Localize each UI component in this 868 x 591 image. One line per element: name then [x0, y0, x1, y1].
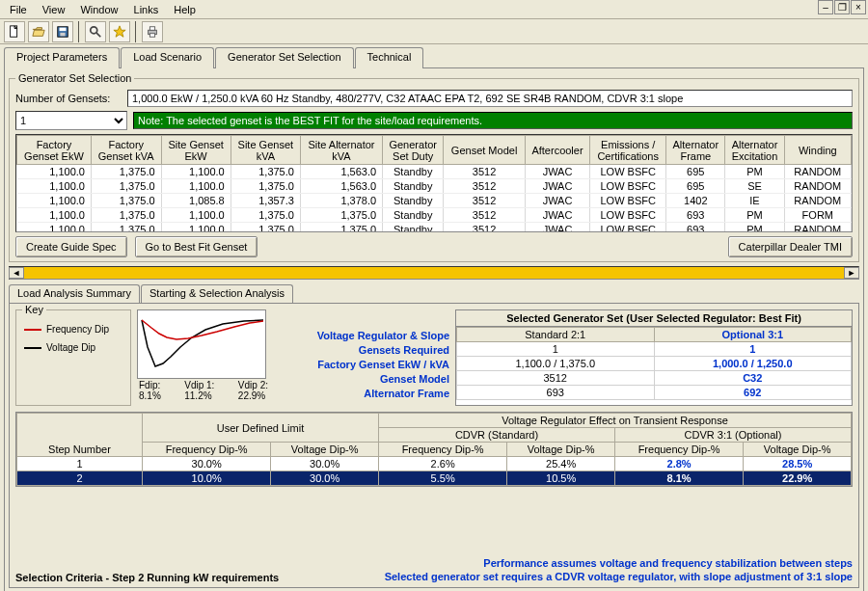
grid-column-header[interactable]: Winding	[784, 136, 851, 165]
save-icon[interactable]	[52, 21, 73, 42]
svg-rect-7	[149, 26, 154, 30]
grid-column-header[interactable]: Aftercooler	[525, 136, 589, 165]
footer-note-2: Selected generator set requires a CDVR v…	[385, 570, 853, 583]
grid-column-header[interactable]: FactoryGenset EkW	[17, 136, 92, 165]
svg-rect-3	[60, 32, 65, 36]
genset-grid[interactable]: FactoryGenset EkWFactoryGenset kVASite G…	[15, 134, 853, 232]
table-row[interactable]: 1,100.01,375.01,100.01,375.01,375.0Stand…	[17, 208, 852, 223]
footer-note-1: Performance assumes voltage and frequenc…	[385, 556, 853, 570]
menu-window[interactable]: Window	[72, 2, 125, 17]
scroll-left-icon[interactable]: ◄	[9, 267, 24, 279]
svg-line-5	[96, 32, 100, 36]
search-icon[interactable]	[85, 21, 106, 42]
tab-generator-set-selection[interactable]: Generator Set Selection	[215, 47, 353, 68]
param-labels: Voltage Regulator & Slope Gensets Requir…	[276, 309, 449, 406]
dealer-tmi-button[interactable]: Caterpillar Dealer TMI	[728, 236, 853, 257]
grid-column-header[interactable]: Site AlternatorkVA	[300, 136, 382, 165]
analysis-panel: Key Frequency Dip Voltage Dip Fdip:8.1% …	[9, 303, 859, 588]
svg-point-4	[91, 26, 97, 33]
grid-column-header[interactable]: Genset Model	[444, 136, 525, 165]
svg-rect-2	[60, 27, 67, 31]
tab-technical[interactable]: Technical	[355, 47, 424, 68]
vre-row-2-selected[interactable]: 2 10.0%30.0% 5.5%10.5% 8.1%22.9%	[17, 471, 852, 486]
tab-load-scenario[interactable]: Load Scenario	[121, 47, 214, 68]
menu-help[interactable]: Help	[166, 2, 203, 17]
new-file-icon[interactable]	[4, 21, 25, 42]
sub-tabs: Load Analysis Summary Starting & Selecti…	[9, 284, 859, 304]
minimize-icon[interactable]: –	[818, 0, 833, 14]
goto-best-fit-button[interactable]: Go to Best Fit Genset	[135, 236, 258, 257]
genset-legend: Generator Set Selection	[15, 72, 134, 84]
close-icon[interactable]: ×	[851, 0, 866, 14]
num-gensets-select[interactable]: 1	[15, 111, 127, 130]
selected-genset-table: Selected Generator Set (User Selected Re…	[455, 309, 853, 406]
progress-scrollbar[interactable]: ◄ ►	[9, 266, 859, 280]
grid-column-header[interactable]: AlternatorFrame	[666, 136, 725, 165]
voltage-regulator-table: Step Number User Defined Limit Voltage R…	[15, 412, 853, 487]
print-icon[interactable]	[142, 21, 163, 42]
table-row[interactable]: 1,100.01,375.01,085.81,357.31,378.0Stand…	[17, 194, 852, 208]
volt-dip-swatch	[24, 347, 41, 349]
grid-column-header[interactable]: GeneratorSet Duty	[383, 136, 444, 165]
main-tabs: Project Parameters Load Scenario Generat…	[4, 47, 864, 68]
dip-chart	[137, 309, 266, 379]
num-gensets-label: Number of Gensets:	[15, 93, 122, 104]
selection-criteria-text: Selection Criteria - Step 2 Running kW r…	[15, 572, 279, 583]
table-row[interactable]: 1,100.01,375.01,100.01,375.01,375.0Stand…	[17, 223, 852, 233]
toolbar	[0, 19, 868, 44]
grid-column-header[interactable]: Site GensetEkW	[161, 136, 231, 165]
create-guide-spec-button[interactable]: Create Guide Spec	[15, 236, 127, 257]
table-row[interactable]: 1,100.01,375.01,100.01,375.01,563.0Stand…	[17, 179, 852, 194]
table-row[interactable]: 1,100.01,375.01,100.01,375.01,563.0Stand…	[17, 165, 852, 179]
open-file-icon[interactable]	[28, 21, 49, 42]
grid-column-header[interactable]: FactoryGenset kVA	[91, 136, 161, 165]
grid-column-header[interactable]: Emissions /Certifications	[590, 136, 666, 165]
grid-column-header[interactable]: AlternatorExcitation	[725, 136, 784, 165]
scroll-right-icon[interactable]: ►	[844, 267, 859, 279]
generator-set-selection-panel: Generator Set Selection Number of Genset…	[4, 67, 864, 591]
vre-row-1[interactable]: 1 30.0%30.0% 2.6%25.4% 2.8%28.5%	[17, 457, 852, 471]
chart-key: Key Frequency Dip Voltage Dip	[15, 309, 131, 406]
menu-bar: File View Window Links Help – ❐ ×	[0, 0, 868, 19]
menu-file[interactable]: File	[2, 2, 35, 17]
restore-icon[interactable]: ❐	[834, 0, 850, 14]
bestfit-note: Note: The selected genset is the BEST FI…	[133, 112, 853, 129]
freq-dip-swatch	[24, 329, 41, 331]
genset-description: 1,000.0 EkW / 1,250.0 kVA 60 Hz Standby,…	[127, 90, 853, 107]
svg-rect-8	[149, 33, 154, 37]
menu-links[interactable]: Links	[126, 2, 167, 17]
favorites-icon[interactable]	[109, 21, 130, 42]
tab-starting-selection-analysis[interactable]: Starting & Selection Analysis	[141, 284, 293, 304]
tab-load-analysis-summary[interactable]: Load Analysis Summary	[9, 284, 140, 304]
tab-project-parameters[interactable]: Project Parameters	[4, 47, 120, 68]
grid-column-header[interactable]: Site GensetkVA	[231, 136, 300, 165]
menu-view[interactable]: View	[35, 2, 73, 17]
genset-selection-group: Generator Set Selection Number of Genset…	[9, 72, 859, 262]
